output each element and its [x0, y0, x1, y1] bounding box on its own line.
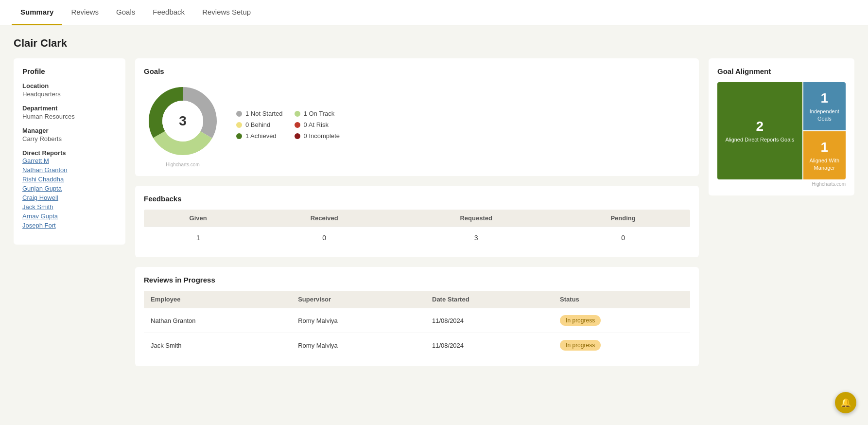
treemap-cell-aligned-direct[interactable]: 2Aligned Direct Reports Goals — [717, 82, 802, 179]
goals-legend: 1 Not Started1 On Track0 Behind0 At Risk… — [236, 110, 341, 140]
feedbacks-card: Feedbacks GivenReceivedRequestedPending … — [135, 186, 699, 257]
manager-value: Carry Roberts — [22, 135, 117, 142]
reviews-date_started-cell: 11/08/2024 — [425, 333, 553, 358]
reviews-in-progress-card: Reviews in Progress EmployeeSupervisorDa… — [135, 267, 699, 366]
feedbacks-cell: 1 — [144, 227, 252, 249]
goals-highcharts-credit: Highcharts.com — [166, 162, 199, 167]
legend-item: 1 Achieved — [236, 132, 283, 140]
page-title: Clair Clark — [14, 37, 854, 50]
legend-item: 1 On Track — [295, 110, 341, 117]
manager-field: Manager Carry Roberts — [22, 127, 117, 142]
legend-dot — [236, 133, 242, 139]
treemap-cell-number: 1 — [821, 140, 829, 155]
tab-reviews[interactable]: Reviews — [62, 0, 107, 25]
goal-alignment-title: Goal Alignment — [717, 67, 846, 75]
legend-item: 0 At Risk — [295, 121, 341, 128]
list-item[interactable]: Rishi Chaddha — [22, 175, 117, 183]
legend-dot — [295, 122, 300, 128]
feedbacks-cell: 3 — [396, 227, 556, 249]
profile-section: Profile Location Headquarters Department… — [14, 58, 125, 245]
legend-label: 0 Behind — [245, 121, 270, 128]
notification-bell[interactable]: 🔔 — [835, 392, 856, 413]
list-item[interactable]: Joseph Fort — [22, 221, 117, 229]
legend-dot — [295, 111, 300, 117]
feedbacks-column-header: Pending — [556, 210, 690, 227]
direct-reports-label: Direct Reports — [22, 149, 117, 157]
direct-report-link[interactable]: Nathan Granton — [22, 166, 68, 174]
department-label: Department — [22, 105, 117, 112]
reviews-status-cell: In progress — [553, 333, 690, 358]
direct-report-link[interactable]: Jack Smith — [22, 203, 53, 211]
legend-dot — [295, 133, 300, 139]
treemap-cell-label: Independent Goals — [803, 108, 846, 122]
treemap-cell-independent[interactable]: 1Independent Goals — [803, 82, 846, 130]
direct-report-link[interactable]: Arnav Gupta — [22, 212, 58, 220]
reviews-column-header: Status — [553, 291, 690, 308]
legend-dot — [236, 111, 242, 117]
legend-label: 1 Not Started — [245, 110, 283, 117]
profile-section-title: Profile — [22, 67, 117, 75]
list-item[interactable]: Arnav Gupta — [22, 212, 117, 220]
reviews-column-header: Employee — [144, 291, 291, 308]
tab-summary[interactable]: Summary — [12, 0, 62, 25]
table-row: Jack SmithRomy Malviya11/08/2024In progr… — [144, 333, 690, 358]
left-panel: Profile Location Headquarters Department… — [14, 58, 125, 376]
treemap-cell-label: Aligned Direct Reports Goals — [722, 136, 797, 143]
goal-alignment-card: Goal Alignment 2Aligned Direct Reports G… — [709, 58, 854, 195]
direct-report-link[interactable]: Garrett M — [22, 157, 49, 164]
list-item[interactable]: Garrett M — [22, 157, 117, 164]
feedbacks-section-title: Feedbacks — [144, 195, 690, 203]
legend-label: 1 Achieved — [245, 132, 277, 140]
reviews-employee-cell: Jack Smith — [144, 333, 291, 358]
layout-container: Profile Location Headquarters Department… — [14, 58, 854, 376]
feedbacks-column-header: Given — [144, 210, 252, 227]
reviews-employee-cell: Nathan Granton — [144, 308, 291, 333]
treemap-cell-number: 1 — [821, 90, 829, 106]
tab-feedback[interactable]: Feedback — [144, 0, 193, 25]
department-field: Department Human Resources — [22, 105, 117, 120]
navigation-bar: Summary Reviews Goals Feedback Reviews S… — [0, 0, 868, 25]
location-value: Headquarters — [22, 90, 117, 98]
donut-center-number: 3 — [179, 113, 187, 129]
reviews-column-header: Date Started — [425, 291, 553, 308]
location-label: Location — [22, 82, 117, 89]
list-item[interactable]: Jack Smith — [22, 203, 117, 211]
reviews-column-header: Supervisor — [291, 291, 425, 308]
legend-label: 0 At Risk — [304, 121, 329, 128]
goals-inner: 3 Highcharts.com 1 Not Started1 On Track… — [144, 82, 690, 167]
right-panel: Goal Alignment 2Aligned Direct Reports G… — [709, 58, 854, 376]
reviews-supervisor-cell: Romy Malviya — [291, 333, 425, 358]
treemap-cell-aligned-manager[interactable]: 1Aligned With Manager — [803, 131, 846, 179]
reviews-date_started-cell: 11/08/2024 — [425, 308, 553, 333]
donut-chart: 3 — [144, 82, 222, 160]
manager-label: Manager — [22, 127, 117, 134]
treemap-grid: 2Aligned Direct Reports Goals1Independen… — [717, 82, 846, 179]
direct-report-link[interactable]: Joseph Fort — [22, 222, 56, 229]
department-value: Human Resources — [22, 113, 117, 120]
list-item[interactable]: Nathan Granton — [22, 166, 117, 174]
feedbacks-cell: 0 — [252, 227, 396, 249]
direct-report-link[interactable]: Rishi Chaddha — [22, 176, 64, 183]
feedbacks-column-header: Requested — [396, 210, 556, 227]
direct-report-link[interactable]: Craig Howell — [22, 194, 58, 201]
list-item[interactable]: Craig Howell — [22, 194, 117, 201]
tab-goals[interactable]: Goals — [107, 0, 144, 25]
goals-card: Goals — [135, 58, 699, 176]
treemap-container: 2Aligned Direct Reports Goals1Independen… — [717, 82, 846, 179]
feedbacks-table: GivenReceivedRequestedPending 1030 — [144, 210, 690, 248]
legend-dot — [236, 122, 242, 128]
tab-reviews-setup[interactable]: Reviews Setup — [193, 0, 260, 25]
treemap-cell-label: Aligned With Manager — [803, 157, 846, 171]
reviews-supervisor-cell: Romy Malviya — [291, 308, 425, 333]
location-field: Location Headquarters — [22, 82, 117, 98]
center-panel: Goals — [135, 58, 699, 376]
legend-item: 0 Incomplete — [295, 132, 341, 140]
goal-alignment-highcharts-credit: Highcharts.com — [717, 181, 846, 187]
direct-report-link[interactable]: Gunjan Gupta — [22, 185, 62, 192]
legend-item: 1 Not Started — [236, 110, 283, 117]
reviews-section-title: Reviews in Progress — [144, 276, 690, 284]
direct-reports-field: Direct Reports Garrett MNathan GrantonRi… — [22, 149, 117, 229]
list-item[interactable]: Gunjan Gupta — [22, 184, 117, 192]
feedbacks-column-header: Received — [252, 210, 396, 227]
status-badge: In progress — [560, 340, 601, 351]
